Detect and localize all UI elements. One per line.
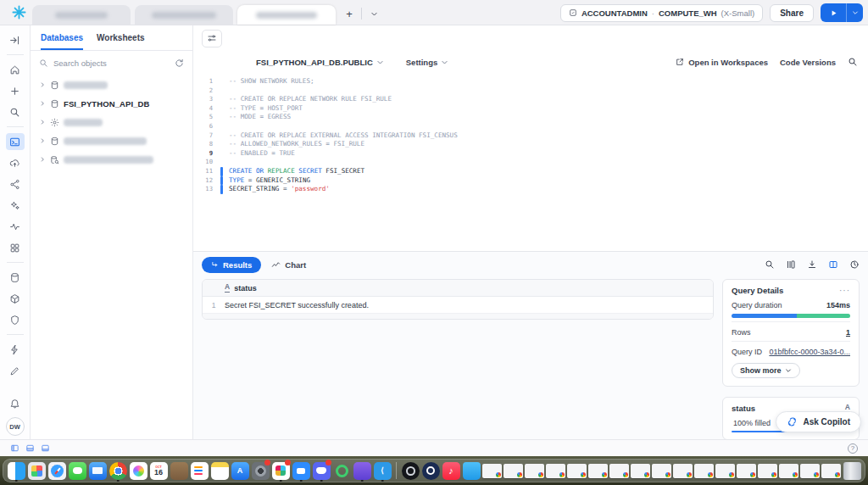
minimized-window-thumbnail[interactable] bbox=[567, 464, 587, 478]
minimized-window-thumbnail[interactable] bbox=[737, 464, 756, 478]
app-store-dock-icon[interactable]: A bbox=[231, 460, 249, 482]
edit-icon[interactable] bbox=[6, 362, 25, 379]
zoom-dock-icon[interactable] bbox=[292, 460, 310, 482]
data-products-icon[interactable] bbox=[6, 290, 25, 307]
worksheet-tab-active[interactable] bbox=[237, 5, 336, 25]
code-line[interactable]: 5-- MODE = EGRESS bbox=[193, 113, 868, 122]
finder-dock-icon[interactable] bbox=[7, 460, 25, 482]
minimized-window-thumbnail[interactable] bbox=[800, 464, 820, 478]
code-versions-link[interactable]: Code Versions bbox=[780, 58, 836, 67]
minimized-window-thumbnail[interactable] bbox=[546, 464, 565, 478]
code-line[interactable]: 10 bbox=[193, 158, 868, 167]
run-options-button[interactable] bbox=[846, 3, 863, 22]
tree-item-shared-database[interactable] bbox=[36, 150, 187, 169]
downloads-folder-dock-icon[interactable] bbox=[462, 460, 481, 482]
minimized-window-thumbnail[interactable] bbox=[673, 464, 693, 478]
quickstart-icon[interactable] bbox=[6, 341, 25, 358]
search-icon[interactable] bbox=[6, 103, 25, 120]
chevron-right-icon[interactable] bbox=[39, 156, 46, 163]
chevron-right-icon[interactable] bbox=[39, 119, 46, 125]
launchpad-dock-icon[interactable] bbox=[27, 460, 46, 482]
obs-dock-icon[interactable] bbox=[401, 460, 420, 482]
code-line[interactable]: 4-- TYPE = HOST_PORT bbox=[193, 104, 868, 114]
results-tab[interactable]: Results bbox=[202, 257, 261, 273]
tree-item-shared[interactable] bbox=[36, 113, 187, 131]
worksheet-tab-1[interactable] bbox=[32, 5, 131, 25]
code-line[interactable]: 7-- CREATE OR REPLACE EXTERNAL ACCESS IN… bbox=[193, 131, 868, 141]
code-line[interactable]: 9-- ENABLED = TRUE bbox=[193, 149, 868, 159]
table-row[interactable]: 1 Secret FSI_SECRET successfully created… bbox=[203, 297, 713, 314]
code-line[interactable]: 12 TYPE = GENERIC_STRING bbox=[193, 176, 868, 186]
activity-icon[interactable] bbox=[6, 218, 25, 235]
minimized-window-thumbnail[interactable] bbox=[652, 464, 671, 478]
help-button[interactable]: ? bbox=[848, 443, 858, 454]
apps-catalog-icon[interactable] bbox=[6, 239, 25, 256]
minimized-window-thumbnail[interactable] bbox=[694, 464, 714, 478]
trash-dock-icon[interactable] bbox=[843, 460, 861, 482]
slack-dock-icon[interactable] bbox=[271, 460, 290, 482]
history-clock-icon[interactable] bbox=[849, 259, 860, 270]
tree-item-database[interactable] bbox=[36, 131, 187, 150]
code-line[interactable]: 3-- CREATE OR REPLACE NETWORK RULE FSI_R… bbox=[193, 95, 868, 104]
tree-item-fsi-python-api-db[interactable]: FSI_PYTHON_API_DB bbox=[36, 94, 187, 113]
results-table-header[interactable]: A status bbox=[203, 280, 713, 297]
data-sharing-icon[interactable] bbox=[6, 176, 25, 192]
filters-button[interactable] bbox=[202, 30, 222, 47]
ask-copilot-button[interactable]: Ask Copilot bbox=[776, 411, 861, 432]
code-line[interactable]: 11CREATE OR REPLACE SECRET FSI_SECRET bbox=[193, 167, 868, 176]
mail-dock-icon[interactable] bbox=[88, 460, 107, 482]
chevron-right-icon[interactable] bbox=[39, 81, 46, 88]
minimized-window-thumbnail[interactable] bbox=[609, 464, 629, 478]
chart-tab[interactable]: Chart bbox=[271, 260, 306, 270]
schema-context-dropdown[interactable]: FSI_PYTHON_API_DB.PUBLIC bbox=[256, 58, 384, 67]
one-password-dock-icon[interactable] bbox=[421, 460, 440, 482]
data-loading-icon[interactable] bbox=[6, 154, 25, 171]
code-line[interactable]: 13 SECRET_STRING = 'password' bbox=[193, 185, 868, 194]
code-line[interactable]: 2 bbox=[193, 86, 868, 96]
system-settings-dock-icon[interactable] bbox=[251, 460, 270, 482]
vscode-dock-icon[interactable]: ⟨ bbox=[373, 460, 392, 482]
worksheet-tab-2[interactable] bbox=[135, 5, 233, 25]
chrome-dock-icon[interactable] bbox=[108, 460, 127, 482]
download-icon[interactable] bbox=[807, 259, 817, 270]
split-view-icon[interactable] bbox=[828, 259, 838, 270]
minimized-window-thumbnail[interactable] bbox=[482, 464, 502, 478]
minimized-window-thumbnail[interactable] bbox=[758, 464, 777, 478]
new-worksheet-button[interactable]: + bbox=[340, 4, 359, 23]
show-more-button[interactable]: Show more bbox=[732, 363, 800, 378]
safari-dock-icon[interactable] bbox=[47, 460, 66, 482]
music-dock-icon[interactable]: ♪ bbox=[442, 460, 460, 482]
tree-item-database[interactable] bbox=[36, 75, 187, 94]
search-results-icon[interactable] bbox=[765, 259, 775, 270]
collapse-panel-icon[interactable] bbox=[6, 31, 25, 48]
open-in-workspaces-link[interactable]: Open in Workspaces bbox=[676, 58, 768, 67]
session-context-selector[interactable]: ACCOUNTADMIN · COMPUTE_WH (X-Small) bbox=[560, 4, 763, 22]
green-ring-app-dock-icon[interactable] bbox=[332, 460, 351, 482]
settings-dropdown[interactable]: Settings bbox=[406, 58, 448, 67]
refresh-icon[interactable] bbox=[175, 59, 184, 68]
tab-worksheets[interactable]: Worksheets bbox=[97, 25, 145, 50]
projects-worksheets-icon[interactable] bbox=[6, 133, 25, 150]
minimized-window-thumbnail[interactable] bbox=[504, 464, 523, 478]
columns-icon[interactable] bbox=[786, 259, 796, 270]
sql-code-editor[interactable]: 1-- SHOW NETWORK RULES;23-- CREATE OR RE… bbox=[193, 73, 868, 251]
query-details-menu-button[interactable]: ··· bbox=[839, 286, 850, 295]
rows-value-link[interactable]: 1 bbox=[846, 328, 850, 337]
code-line[interactable]: 8-- ALLOWED_NETWORK_RULES = FSI_RULE bbox=[193, 140, 868, 149]
search-objects-input[interactable] bbox=[53, 59, 170, 68]
minimized-window-thumbnail[interactable] bbox=[525, 464, 544, 478]
discord-dock-icon[interactable] bbox=[312, 460, 331, 482]
minimized-window-thumbnail[interactable] bbox=[715, 464, 735, 478]
create-new-icon[interactable] bbox=[6, 82, 25, 99]
user-avatar[interactable]: DW bbox=[6, 417, 25, 436]
layout-bottom-panel-icon[interactable] bbox=[25, 443, 35, 453]
minimized-window-thumbnail[interactable] bbox=[821, 464, 841, 478]
messages-dock-icon[interactable] bbox=[68, 460, 86, 482]
photos-dock-icon[interactable] bbox=[129, 460, 147, 482]
tab-list-dropdown-button[interactable] bbox=[364, 4, 383, 23]
snowflake-logo[interactable] bbox=[5, 0, 32, 25]
search-icon[interactable] bbox=[848, 57, 858, 67]
minimized-window-thumbnail[interactable] bbox=[631, 464, 650, 478]
purple-app-dock-icon[interactable] bbox=[353, 460, 371, 482]
run-button[interactable] bbox=[821, 3, 846, 22]
